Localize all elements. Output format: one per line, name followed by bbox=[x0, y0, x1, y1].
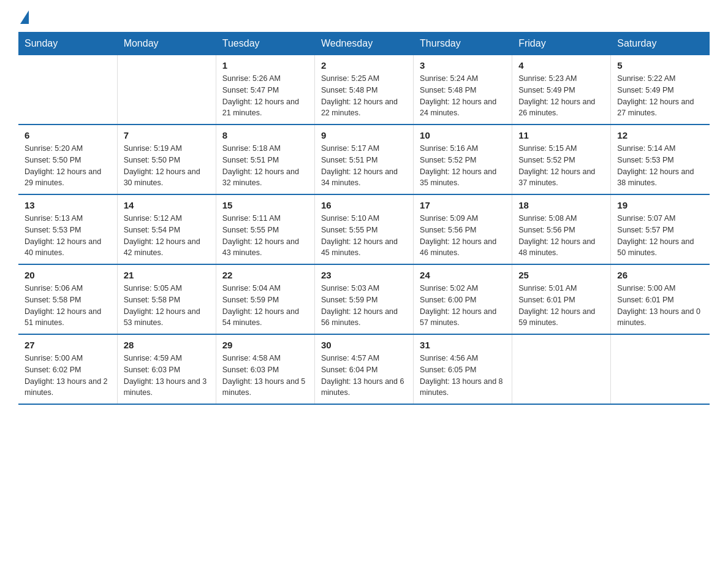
calendar-cell: 6Sunrise: 5:20 AM Sunset: 5:50 PM Daylig… bbox=[18, 124, 117, 194]
calendar-cell: 11Sunrise: 5:15 AM Sunset: 5:52 PM Dayli… bbox=[512, 124, 611, 194]
day-number: 16 bbox=[321, 200, 407, 210]
calendar-cell bbox=[117, 55, 216, 124]
calendar-cell: 29Sunrise: 4:58 AM Sunset: 6:03 PM Dayli… bbox=[216, 334, 314, 404]
col-header-saturday: Saturday bbox=[611, 32, 710, 55]
calendar-cell: 7Sunrise: 5:19 AM Sunset: 5:50 PM Daylig… bbox=[117, 124, 216, 194]
calendar-cell: 28Sunrise: 4:59 AM Sunset: 6:03 PM Dayli… bbox=[117, 334, 216, 404]
day-info: Sunrise: 5:08 AM Sunset: 5:56 PM Dayligh… bbox=[518, 213, 604, 259]
day-info: Sunrise: 5:13 AM Sunset: 5:53 PM Dayligh… bbox=[25, 213, 111, 259]
day-info: Sunrise: 5:20 AM Sunset: 5:50 PM Dayligh… bbox=[25, 143, 111, 189]
calendar-cell: 9Sunrise: 5:17 AM Sunset: 5:51 PM Daylig… bbox=[314, 124, 413, 194]
day-number: 30 bbox=[321, 340, 407, 350]
logo-triangle-icon bbox=[20, 10, 29, 24]
day-info: Sunrise: 5:16 AM Sunset: 5:52 PM Dayligh… bbox=[420, 143, 506, 189]
calendar-cell: 30Sunrise: 4:57 AM Sunset: 6:04 PM Dayli… bbox=[314, 334, 413, 404]
day-number: 20 bbox=[25, 270, 111, 280]
col-header-wednesday: Wednesday bbox=[314, 32, 413, 55]
col-header-monday: Monday bbox=[117, 32, 216, 55]
week-row-4: 20Sunrise: 5:06 AM Sunset: 5:58 PM Dayli… bbox=[18, 264, 710, 334]
day-number: 4 bbox=[518, 60, 604, 71]
day-info: Sunrise: 5:24 AM Sunset: 5:48 PM Dayligh… bbox=[420, 73, 506, 119]
calendar-cell: 22Sunrise: 5:04 AM Sunset: 5:59 PM Dayli… bbox=[216, 264, 314, 334]
col-header-tuesday: Tuesday bbox=[216, 32, 314, 55]
day-info: Sunrise: 5:22 AM Sunset: 5:49 PM Dayligh… bbox=[617, 73, 703, 119]
calendar-cell: 1Sunrise: 5:26 AM Sunset: 5:47 PM Daylig… bbox=[216, 55, 314, 124]
calendar-cell: 10Sunrise: 5:16 AM Sunset: 5:52 PM Dayli… bbox=[414, 124, 512, 194]
week-row-1: 1Sunrise: 5:26 AM Sunset: 5:47 PM Daylig… bbox=[18, 55, 710, 124]
day-number: 28 bbox=[124, 340, 210, 350]
day-number: 18 bbox=[518, 200, 604, 210]
logo bbox=[18, 12, 29, 26]
day-info: Sunrise: 5:06 AM Sunset: 5:58 PM Dayligh… bbox=[25, 283, 111, 329]
day-number: 21 bbox=[124, 270, 210, 280]
calendar-cell: 18Sunrise: 5:08 AM Sunset: 5:56 PM Dayli… bbox=[512, 194, 611, 264]
day-info: Sunrise: 5:09 AM Sunset: 5:56 PM Dayligh… bbox=[420, 213, 506, 259]
day-number: 31 bbox=[420, 340, 506, 350]
day-number: 7 bbox=[124, 130, 210, 140]
day-number: 15 bbox=[222, 200, 308, 210]
calendar-cell: 26Sunrise: 5:00 AM Sunset: 6:01 PM Dayli… bbox=[611, 264, 710, 334]
day-info: Sunrise: 5:18 AM Sunset: 5:51 PM Dayligh… bbox=[222, 143, 308, 189]
day-info: Sunrise: 5:02 AM Sunset: 6:00 PM Dayligh… bbox=[420, 283, 506, 329]
day-info: Sunrise: 5:17 AM Sunset: 5:51 PM Dayligh… bbox=[321, 143, 407, 189]
calendar-cell bbox=[18, 55, 117, 124]
week-row-2: 6Sunrise: 5:20 AM Sunset: 5:50 PM Daylig… bbox=[18, 124, 710, 194]
day-info: Sunrise: 5:26 AM Sunset: 5:47 PM Dayligh… bbox=[222, 73, 308, 119]
day-info: Sunrise: 5:04 AM Sunset: 5:59 PM Dayligh… bbox=[222, 283, 308, 329]
calendar-cell: 23Sunrise: 5:03 AM Sunset: 5:59 PM Dayli… bbox=[314, 264, 413, 334]
day-info: Sunrise: 5:00 AM Sunset: 6:02 PM Dayligh… bbox=[25, 353, 111, 399]
day-info: Sunrise: 5:00 AM Sunset: 6:01 PM Dayligh… bbox=[617, 283, 703, 329]
calendar-cell: 19Sunrise: 5:07 AM Sunset: 5:57 PM Dayli… bbox=[611, 194, 710, 264]
calendar-table: SundayMondayTuesdayWednesdayThursdayFrid… bbox=[18, 32, 710, 405]
calendar-cell: 8Sunrise: 5:18 AM Sunset: 5:51 PM Daylig… bbox=[216, 124, 314, 194]
col-header-thursday: Thursday bbox=[414, 32, 512, 55]
day-info: Sunrise: 5:05 AM Sunset: 5:58 PM Dayligh… bbox=[124, 283, 210, 329]
calendar-cell: 27Sunrise: 5:00 AM Sunset: 6:02 PM Dayli… bbox=[18, 334, 117, 404]
calendar-cell bbox=[611, 334, 710, 404]
day-info: Sunrise: 4:58 AM Sunset: 6:03 PM Dayligh… bbox=[222, 353, 308, 399]
day-info: Sunrise: 5:07 AM Sunset: 5:57 PM Dayligh… bbox=[617, 213, 703, 259]
day-number: 24 bbox=[420, 270, 506, 280]
calendar-cell bbox=[512, 334, 611, 404]
calendar-cell: 20Sunrise: 5:06 AM Sunset: 5:58 PM Dayli… bbox=[18, 264, 117, 334]
day-number: 26 bbox=[617, 270, 703, 280]
calendar-cell: 12Sunrise: 5:14 AM Sunset: 5:53 PM Dayli… bbox=[611, 124, 710, 194]
day-info: Sunrise: 5:01 AM Sunset: 6:01 PM Dayligh… bbox=[518, 283, 604, 329]
day-info: Sunrise: 5:15 AM Sunset: 5:52 PM Dayligh… bbox=[518, 143, 604, 189]
day-info: Sunrise: 5:11 AM Sunset: 5:55 PM Dayligh… bbox=[222, 213, 308, 259]
day-number: 25 bbox=[518, 270, 604, 280]
day-number: 2 bbox=[321, 60, 407, 71]
day-number: 8 bbox=[222, 130, 308, 140]
calendar-cell: 5Sunrise: 5:22 AM Sunset: 5:49 PM Daylig… bbox=[611, 55, 710, 124]
day-number: 5 bbox=[617, 60, 703, 71]
calendar-cell: 15Sunrise: 5:11 AM Sunset: 5:55 PM Dayli… bbox=[216, 194, 314, 264]
day-info: Sunrise: 5:10 AM Sunset: 5:55 PM Dayligh… bbox=[321, 213, 407, 259]
day-number: 27 bbox=[25, 340, 111, 350]
calendar-cell: 13Sunrise: 5:13 AM Sunset: 5:53 PM Dayli… bbox=[18, 194, 117, 264]
day-info: Sunrise: 5:12 AM Sunset: 5:54 PM Dayligh… bbox=[124, 213, 210, 259]
day-number: 19 bbox=[617, 200, 703, 210]
day-info: Sunrise: 5:14 AM Sunset: 5:53 PM Dayligh… bbox=[617, 143, 703, 189]
calendar-cell: 4Sunrise: 5:23 AM Sunset: 5:49 PM Daylig… bbox=[512, 55, 611, 124]
calendar-cell: 21Sunrise: 5:05 AM Sunset: 5:58 PM Dayli… bbox=[117, 264, 216, 334]
day-number: 29 bbox=[222, 340, 308, 350]
day-info: Sunrise: 5:23 AM Sunset: 5:49 PM Dayligh… bbox=[518, 73, 604, 119]
calendar-cell: 31Sunrise: 4:56 AM Sunset: 6:05 PM Dayli… bbox=[414, 334, 512, 404]
col-header-sunday: Sunday bbox=[18, 32, 117, 55]
day-info: Sunrise: 5:25 AM Sunset: 5:48 PM Dayligh… bbox=[321, 73, 407, 119]
day-number: 1 bbox=[222, 60, 308, 71]
day-number: 23 bbox=[321, 270, 407, 280]
day-number: 10 bbox=[420, 130, 506, 140]
day-number: 22 bbox=[222, 270, 308, 280]
col-header-friday: Friday bbox=[512, 32, 611, 55]
calendar-cell: 17Sunrise: 5:09 AM Sunset: 5:56 PM Dayli… bbox=[414, 194, 512, 264]
calendar-cell: 16Sunrise: 5:10 AM Sunset: 5:55 PM Dayli… bbox=[314, 194, 413, 264]
day-number: 12 bbox=[617, 130, 703, 140]
day-info: Sunrise: 5:19 AM Sunset: 5:50 PM Dayligh… bbox=[124, 143, 210, 189]
calendar-cell: 2Sunrise: 5:25 AM Sunset: 5:48 PM Daylig… bbox=[314, 55, 413, 124]
day-info: Sunrise: 4:56 AM Sunset: 6:05 PM Dayligh… bbox=[420, 353, 506, 399]
calendar-cell: 14Sunrise: 5:12 AM Sunset: 5:54 PM Dayli… bbox=[117, 194, 216, 264]
week-row-3: 13Sunrise: 5:13 AM Sunset: 5:53 PM Dayli… bbox=[18, 194, 710, 264]
day-number: 17 bbox=[420, 200, 506, 210]
day-info: Sunrise: 5:03 AM Sunset: 5:59 PM Dayligh… bbox=[321, 283, 407, 329]
